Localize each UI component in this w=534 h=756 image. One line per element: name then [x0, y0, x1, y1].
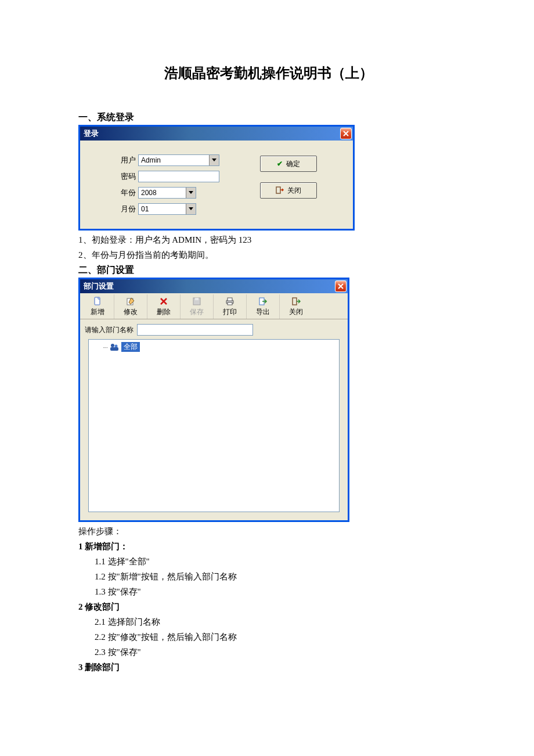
- step-2-2: 2.2 按"修改"按钮，然后输入部门名称: [78, 630, 459, 644]
- export-icon: [258, 297, 268, 306]
- svg-rect-12: [110, 347, 118, 351]
- step-2-1: 2.1 选择部门名称: [78, 615, 459, 629]
- password-label: 密码: [103, 171, 138, 182]
- chevron-down-icon: [186, 204, 196, 214]
- toolbar-delete-label: 删除: [157, 307, 171, 317]
- svg-rect-4: [195, 298, 199, 300]
- user-select[interactable]: Admin: [138, 154, 219, 166]
- step-1-3: 1.3 按"保存": [78, 585, 459, 599]
- toolbar-save-label: 保存: [190, 307, 204, 317]
- step-1: 1 新增部门：: [78, 539, 459, 553]
- svg-rect-9: [293, 298, 297, 305]
- svg-rect-6: [228, 298, 232, 301]
- dept-tree[interactable]: ···· 全部: [88, 339, 340, 512]
- year-label: 年份: [103, 188, 138, 198]
- year-select[interactable]: 2008: [138, 187, 196, 199]
- dept-toolbar: 新增 修改 删除 保存 打印 导出: [80, 293, 348, 319]
- toolbar-add-label: 新增: [91, 307, 104, 317]
- login-note-2: 2、年份与月份指当前的考勤期间。: [78, 248, 459, 262]
- steps-label: 操作步骤：: [78, 524, 459, 538]
- save-icon: [192, 297, 201, 306]
- password-input[interactable]: [138, 171, 219, 182]
- month-label: 月份: [103, 204, 138, 214]
- step-2: 2 修改部门: [78, 600, 459, 614]
- svg-point-10: [111, 344, 114, 347]
- ok-button[interactable]: ✔ 确定: [260, 156, 317, 172]
- close-icon: [337, 283, 344, 290]
- toolbar-delete-button[interactable]: 删除: [147, 294, 181, 319]
- step-1-2: 1.2 按"新增"按钮，然后输入部门名称: [78, 570, 459, 584]
- toolbar-close-label: 关闭: [289, 307, 303, 317]
- edit-icon: [126, 297, 135, 306]
- print-icon: [225, 297, 234, 306]
- step-2-3: 2.3 按"保存": [78, 645, 459, 659]
- toolbar-print-button[interactable]: 打印: [214, 294, 247, 319]
- svg-rect-7: [228, 303, 232, 305]
- chevron-down-icon: [209, 155, 219, 165]
- month-select[interactable]: 01: [138, 203, 196, 215]
- toolbar-export-label: 导出: [256, 307, 270, 317]
- delete-icon: [159, 297, 168, 306]
- login-note-1: 1、初始登录：用户名为 ADMIN，密码为 123: [78, 233, 459, 247]
- toolbar-print-label: 打印: [223, 307, 237, 317]
- login-close-x-button[interactable]: [340, 128, 352, 139]
- svg-rect-1: [95, 297, 100, 305]
- ok-button-label: 确定: [286, 159, 300, 169]
- close-icon: [342, 130, 349, 137]
- tree-connector: ····: [103, 344, 107, 351]
- user-label: 用户: [103, 155, 138, 165]
- toolbar-add-button[interactable]: 新增: [81, 294, 114, 319]
- exit-icon: [291, 297, 301, 306]
- dept-filter-input[interactable]: [137, 324, 253, 336]
- dept-titlebar: 部门设置: [80, 279, 348, 293]
- chevron-down-icon: [186, 188, 196, 198]
- dept-title: 部门设置: [84, 281, 114, 291]
- dept-close-x-button[interactable]: [335, 280, 347, 292]
- month-value: 01: [141, 205, 149, 213]
- new-file-icon: [93, 297, 102, 306]
- department-dialog: 部门设置 新增 修改 删除 保存 打: [78, 278, 349, 522]
- toolbar-close-button[interactable]: 关闭: [280, 294, 312, 319]
- document-title: 浩顺晶密考勤机操作说明书（上）: [78, 64, 459, 82]
- svg-point-11: [115, 344, 118, 347]
- login-title: 登录: [84, 128, 99, 139]
- close-button-label: 关闭: [287, 186, 301, 196]
- toolbar-edit-label: 修改: [124, 307, 138, 317]
- toolbar-export-button[interactable]: 导出: [247, 294, 280, 319]
- people-icon: [110, 343, 119, 351]
- year-value: 2008: [141, 189, 157, 197]
- login-titlebar: 登录: [80, 127, 353, 141]
- login-dialog: 登录 用户 Admin 密码 年份 2008: [78, 125, 355, 231]
- toolbar-save-button: 保存: [181, 294, 214, 319]
- close-button[interactable]: 关闭: [260, 182, 317, 199]
- toolbar-edit-button[interactable]: 修改: [114, 294, 147, 319]
- user-value: Admin: [141, 156, 161, 164]
- tree-root-label: 全部: [121, 342, 140, 352]
- step-1-1: 1.1 选择"全部": [78, 555, 459, 568]
- dept-filter-label: 请输入部门名称: [85, 325, 134, 335]
- check-icon: ✔: [277, 160, 283, 168]
- section-2-heading: 二、部门设置: [78, 264, 459, 276]
- tree-root-row[interactable]: ···· 全部: [103, 342, 335, 352]
- svg-rect-0: [276, 187, 280, 193]
- step-3: 3 删除部门: [78, 660, 459, 674]
- section-1-heading: 一、系统登录: [78, 111, 459, 124]
- exit-icon: [276, 186, 284, 196]
